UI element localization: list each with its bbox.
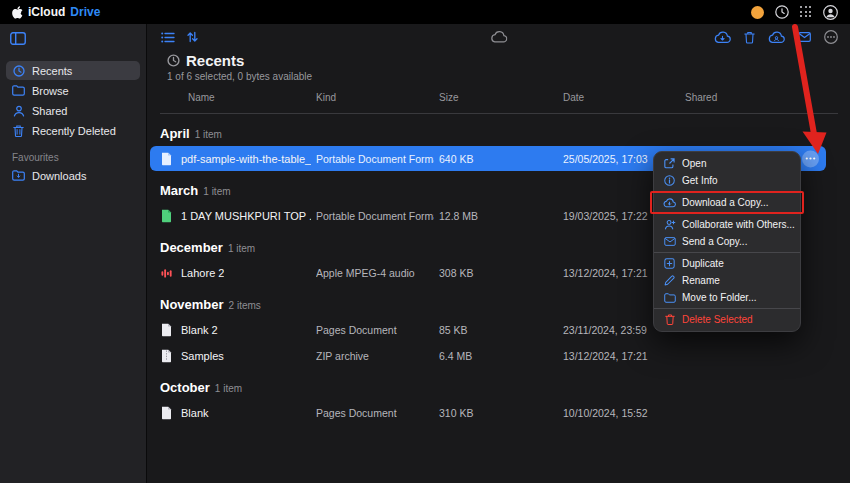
menu-item-download-a-copy[interactable]: Download a Copy...	[654, 194, 800, 211]
brand-drive: Drive	[70, 5, 100, 19]
item-count: 1 item	[203, 186, 230, 197]
menu-separator	[654, 252, 800, 253]
menu-item-collaborate[interactable]: Collaborate with Others...	[654, 216, 800, 233]
recents-clock-icon	[167, 54, 180, 67]
menu-item-delete-selected[interactable]: Delete Selected	[654, 311, 800, 328]
menu-item-get-info[interactable]: Get Info	[654, 172, 800, 189]
open-icon	[663, 158, 676, 169]
month-label: November	[160, 297, 224, 312]
menu-item-duplicate[interactable]: Duplicate	[654, 255, 800, 272]
sidebar-item-label: Recently Deleted	[32, 125, 116, 137]
collaborate-icon	[663, 219, 676, 230]
menu-item-label: Open	[682, 158, 706, 169]
item-count: 2 items	[229, 300, 261, 311]
column-header-shared[interactable]: Shared	[685, 92, 717, 103]
menu-item-label: Send a Copy...	[682, 236, 747, 247]
zip-archive-icon	[161, 349, 172, 362]
downloads-folder-icon	[12, 170, 25, 181]
selection-status: 1 of 6 selected, 0 bytes available	[167, 71, 850, 82]
file-row-blank[interactable]: Blank Pages Document 310 KB 10/10/2024, …	[150, 400, 826, 425]
menu-item-open[interactable]: Open	[654, 155, 800, 172]
month-header: October1 item	[160, 380, 850, 396]
month-label: October	[160, 380, 210, 395]
menu-item-send-a-copy[interactable]: Send a Copy...	[654, 233, 800, 250]
sidebar-item-label: Browse	[32, 85, 69, 97]
column-header-size[interactable]: Size	[439, 92, 458, 103]
menu-separator	[654, 213, 800, 214]
menu-item-label: Move to Folder...	[682, 292, 756, 303]
topbar: iCloud Drive	[0, 0, 850, 24]
month-label: December	[160, 240, 223, 255]
file-date: 25/05/2025, 17:03	[563, 153, 648, 165]
file-kind: Apple MPEG-4 audio	[316, 267, 415, 279]
title-row: Recents	[167, 52, 850, 69]
month-label: April	[160, 126, 190, 141]
menu-item-label: Delete Selected	[682, 314, 753, 325]
column-header-name[interactable]: Name	[188, 92, 215, 103]
sort-icon[interactable]	[187, 31, 198, 43]
account-icon[interactable]	[823, 5, 838, 20]
person-icon	[12, 105, 25, 117]
sidebar-item-downloads[interactable]: Downloads	[6, 166, 140, 185]
trash-icon[interactable]	[744, 31, 755, 44]
more-actions-icon[interactable]	[824, 30, 838, 44]
file-name: Samples	[181, 350, 224, 362]
toolbar	[147, 24, 850, 50]
menu-separator	[654, 308, 800, 309]
move-folder-icon	[663, 293, 676, 303]
row-more-button[interactable]	[802, 150, 819, 167]
file-kind: Portable Document Forma...	[316, 153, 434, 165]
menu-item-label: Rename	[682, 275, 720, 286]
file-date: 10/10/2024, 15:52	[563, 407, 648, 419]
avatar-badge[interactable]	[751, 6, 764, 19]
share-cloud-icon[interactable]	[768, 31, 785, 44]
favourites-label: Favourites	[12, 152, 146, 163]
file-name: pdf-sample-with-the-table_p...	[181, 153, 311, 165]
column-header-kind[interactable]: Kind	[316, 92, 336, 103]
menu-item-label: Get Info	[682, 175, 718, 186]
file-date: 13/12/2024, 17:21	[563, 267, 648, 279]
send-copy-icon	[663, 237, 676, 246]
item-count: 1 item	[228, 243, 255, 254]
list-view-icon[interactable]	[161, 32, 175, 43]
duplicate-icon	[663, 258, 676, 269]
section-october: October1 item Blank Pages Document 310 K…	[147, 380, 850, 425]
file-kind: Pages Document	[316, 407, 397, 419]
column-header-date[interactable]: Date	[563, 92, 584, 103]
mail-icon[interactable]	[798, 32, 811, 42]
menu-item-move-to-folder[interactable]: Move to Folder...	[654, 289, 800, 306]
toolbar-right	[714, 30, 838, 44]
sidebar-item-recents[interactable]: Recents	[6, 61, 140, 80]
file-size: 640 KB	[439, 153, 473, 165]
app-grid-icon[interactable]	[800, 6, 812, 18]
pages-document-icon	[161, 406, 172, 419]
file-name: Lahore 2	[181, 267, 224, 279]
menu-item-label: Collaborate with Others...	[682, 219, 795, 230]
folder-icon	[12, 85, 25, 96]
pages-document-icon	[161, 323, 172, 336]
month-label: March	[160, 183, 198, 198]
rename-icon	[663, 275, 676, 286]
file-size: 85 KB	[439, 324, 468, 336]
page-title: Recents	[186, 52, 244, 69]
pdf-document-icon	[161, 152, 172, 165]
sidebar-item-recently-deleted[interactable]: Recently Deleted	[6, 121, 140, 140]
file-name: 1 DAY MUSHKPURI TOP ...	[181, 210, 311, 222]
topbar-actions	[751, 5, 838, 20]
history-icon[interactable]	[775, 5, 789, 19]
context-menu: Open Get Info Download a Copy... Collabo…	[653, 151, 801, 332]
sidebar-item-browse[interactable]: Browse	[6, 81, 140, 100]
file-size: 308 KB	[439, 267, 473, 279]
menu-item-rename[interactable]: Rename	[654, 272, 800, 289]
sidebar-toggle-icon[interactable]	[10, 32, 26, 45]
sidebar-item-label: Recents	[32, 65, 72, 77]
info-icon	[663, 175, 676, 186]
file-row-samples[interactable]: Samples ZIP archive 6.4 MB 13/12/2024, 1…	[150, 343, 826, 368]
file-kind: Pages Document	[316, 324, 397, 336]
file-name: Blank 2	[181, 324, 218, 336]
download-cloud-icon	[663, 198, 676, 208]
sidebar-item-shared[interactable]: Shared	[6, 101, 140, 120]
download-cloud-icon[interactable]	[714, 31, 731, 44]
header-separator	[160, 113, 838, 114]
menu-separator	[654, 191, 800, 192]
